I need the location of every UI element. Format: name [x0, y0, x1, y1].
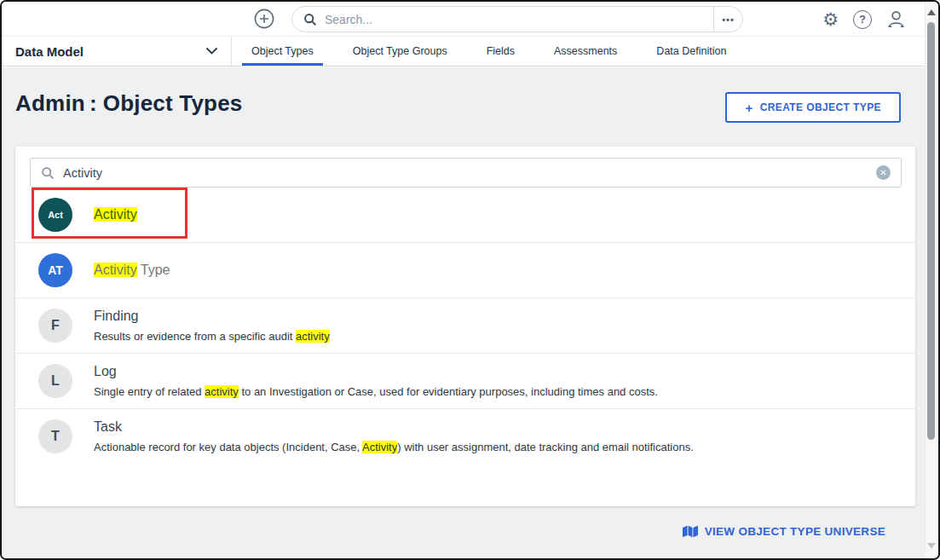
page-title: Admin:Object Types — [15, 90, 243, 117]
global-search-main — [292, 7, 713, 32]
text: Type — [137, 263, 170, 277]
map-icon — [683, 525, 698, 538]
settings-gear-icon[interactable]: ⚙ — [822, 10, 839, 29]
text: ) with user assignment, date tracking an… — [397, 441, 694, 453]
user-icon[interactable] — [886, 9, 906, 29]
data-model-dropdown[interactable]: Data Model — [2, 37, 232, 66]
chevron-down-icon — [206, 48, 217, 55]
help-icon[interactable]: ? — [853, 10, 872, 29]
app-window: ••• ⚙ ? Data Model — [0, 0, 940, 560]
ellipsis-icon: ••• — [722, 14, 735, 25]
object-type-search: ✕ — [30, 158, 902, 188]
nav-bar: Data Model Object TypesObject Type Group… — [2, 37, 925, 66]
top-bar: ••• ⚙ ? — [2, 2, 925, 37]
highlighted-text: Activity — [362, 441, 397, 453]
result-title: Activity — [94, 207, 137, 222]
result-title: Log — [94, 364, 658, 379]
text: Actionable record for key data objects (… — [94, 441, 362, 453]
highlighted-text: Activity — [94, 207, 137, 222]
result-description: Actionable record for key data objects (… — [94, 441, 694, 453]
create-object-type-label: CREATE OBJECT TYPE — [760, 101, 881, 113]
result-title: Activity Type — [94, 263, 170, 278]
add-icon[interactable] — [254, 9, 274, 29]
view-object-type-universe-link[interactable]: VIEW OBJECT TYPE UNIVERSE — [683, 525, 885, 538]
global-search-input[interactable] — [325, 13, 713, 26]
object-type-avatar: Act — [38, 198, 72, 232]
highlighted-text: activity — [296, 330, 330, 343]
tab-data-definition[interactable]: Data Definition — [637, 37, 746, 66]
card-search-area: ✕ — [15, 147, 915, 188]
result-title: Finding — [94, 309, 330, 324]
scroll-down-arrow-icon[interactable] — [927, 543, 936, 549]
result-row[interactable]: LLogSingle entry of related activity to … — [15, 354, 915, 409]
create-object-type-button[interactable]: + CREATE OBJECT TYPE — [725, 92, 901, 123]
object-type-avatar: T — [38, 419, 72, 453]
result-content: Activity Type — [94, 263, 170, 278]
search-icon — [41, 166, 55, 180]
tab-object-types[interactable]: Object Types — [232, 37, 333, 66]
object-type-avatar: F — [38, 309, 72, 343]
result-row[interactable]: ATActivity Type — [15, 243, 915, 298]
text: Finding — [94, 309, 138, 323]
result-content: LogSingle entry of related activity to a… — [94, 364, 658, 398]
result-description: Results or evidence from a specific audi… — [94, 330, 330, 343]
plus-icon: + — [745, 101, 753, 115]
page-title-main: Object Types — [103, 90, 243, 116]
result-content: Activity — [94, 207, 137, 222]
tab-object-type-groups[interactable]: Object Type Groups — [333, 37, 467, 66]
page-body: Admin:Object Types + CREATE OBJECT TYPE — [2, 67, 925, 558]
page-header: Admin:Object Types + CREATE OBJECT TYPE — [2, 67, 925, 147]
search-icon — [303, 13, 317, 26]
results-card: ✕ ActActivityATActivity TypeFFindingResu… — [15, 147, 915, 506]
scrollbar-thumb[interactable] — [927, 22, 935, 440]
view-object-type-universe-label: VIEW OBJECT TYPE UNIVERSE — [705, 525, 885, 538]
result-content: TaskActionable record for key data objec… — [94, 419, 694, 453]
object-type-avatar: AT — [38, 253, 72, 287]
tab-assessments[interactable]: Assessments — [534, 37, 637, 66]
result-title: Task — [94, 419, 694, 435]
scroll-up-arrow-icon[interactable] — [927, 9, 936, 15]
object-type-avatar: L — [38, 364, 72, 398]
object-type-search-input[interactable] — [63, 166, 868, 180]
result-row[interactable]: ActActivity — [15, 188, 915, 243]
text: Single entry of related — [94, 385, 205, 398]
top-bar-actions: ⚙ ? — [822, 9, 906, 29]
global-search: ••• — [291, 6, 743, 32]
tab-bar: Object TypesObject Type GroupsFieldsAsse… — [232, 37, 746, 66]
search-options-button[interactable]: ••• — [713, 7, 742, 32]
dropdown-label: Data Model — [15, 44, 84, 59]
highlighted-text: Activity — [94, 263, 137, 277]
text: Log — [94, 364, 117, 378]
vertical-scrollbar[interactable] — [925, 3, 937, 557]
result-content: FindingResults or evidence from a specif… — [94, 309, 330, 343]
page-title-prefix: Admin — [15, 90, 85, 116]
text: Task — [94, 419, 122, 434]
results-list: ActActivityATActivity TypeFFindingResult… — [15, 188, 915, 481]
highlighted-text: activity — [205, 385, 239, 398]
page-title-colon: : — [89, 90, 97, 116]
tab-fields[interactable]: Fields — [467, 37, 534, 66]
clear-search-icon[interactable]: ✕ — [876, 165, 891, 180]
text: Results or evidence from a specific audi… — [94, 330, 296, 343]
result-description: Single entry of related activity to an I… — [94, 385, 658, 398]
text: to an Investigation or Case, used for ev… — [239, 385, 658, 398]
result-row[interactable]: TTaskActionable record for key data obje… — [15, 409, 915, 481]
app-content: ••• ⚙ ? Data Model — [2, 2, 925, 558]
result-row[interactable]: FFindingResults or evidence from a speci… — [15, 298, 915, 354]
